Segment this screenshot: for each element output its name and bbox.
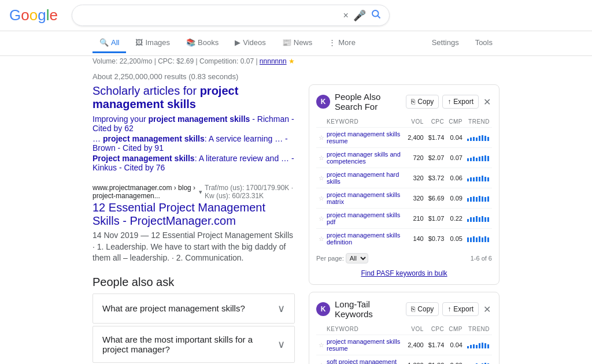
chevron-down-icon: ∨ (278, 302, 285, 315)
longtail-title: Long-Tail Keywords (335, 299, 401, 319)
kw-link[interactable]: project management skills resume (327, 338, 403, 352)
tab-news-label: News (294, 38, 313, 47)
table-row: ☆ project manager skills and competencie… (316, 148, 492, 168)
search-icon[interactable] (371, 9, 381, 22)
star-icon[interactable]: ☆ (319, 341, 324, 349)
left-column: Scholarly articles for project managemen… (92, 84, 295, 364)
keyword-meta: Volume: 22,200/mo | CPC: $2.69 | Competi… (0, 56, 592, 69)
tab-more[interactable]: ⋮ More (321, 34, 362, 53)
star-icon[interactable]: ☆ (319, 174, 324, 182)
tab-videos[interactable]: ▶ Videos (228, 34, 273, 53)
pasf-close-button[interactable]: ✕ (482, 95, 492, 109)
chevron-down-icon: ∨ (278, 338, 285, 351)
kw-link[interactable]: project management skills matrix (327, 191, 403, 205)
settings-label: Settings (432, 38, 459, 47)
table-row: ☆ project management skills matrix 320 $… (316, 188, 492, 209)
longtail-copy-button[interactable]: ⎘ Copy (406, 302, 439, 316)
kw-link[interactable]: project management hard skills (327, 171, 403, 185)
longtail-icon: K (316, 302, 330, 316)
result-1-snippet: 14 Nov 2019 — 12 Essential Project Manag… (92, 230, 295, 264)
pasf-icon: K (316, 95, 330, 109)
clear-button[interactable]: × (343, 10, 349, 21)
longtail-widget: K Long-Tail Keywords ⎘ Copy ↑ Export ✕ (309, 292, 500, 364)
pasf-table-header: KEYWORD VOL CPC CMP TREND (316, 116, 492, 128)
tab-images-label: Images (145, 38, 170, 47)
export-icon: ↑ (447, 305, 451, 313)
table-row: ☆ soft project management skills 1,300 $… (316, 355, 492, 365)
pasf-title: People Also Search For (335, 92, 401, 112)
results-count: About 2,250,000,000 results (0.83 second… (0, 69, 592, 84)
kw-link[interactable]: project management skills definition (327, 232, 403, 246)
pasf-widget: K People Also Search For ⎘ Copy ↑ Export… (309, 84, 500, 285)
per-page-select[interactable]: All510 (346, 253, 368, 263)
table-row: ☆ project management skills pdf 210 $1.0… (316, 209, 492, 229)
scholarly-link-1[interactable]: Improving your project management skills… (92, 114, 295, 133)
star-icon[interactable]: ☆ (319, 154, 324, 162)
longtail-table-header: KEYWORD VOL CPC CMP TREND (316, 324, 492, 335)
longtail-table: KEYWORD VOL CPC CMP TREND ☆ project mana… (316, 324, 492, 364)
star-icon[interactable]: ☆ (319, 195, 324, 202)
tab-books[interactable]: 📚 Books (179, 34, 225, 53)
search-tab-icon: 🔍 (99, 38, 109, 47)
tab-news[interactable]: 📰 News (275, 34, 320, 53)
export-icon: ↑ (447, 98, 451, 106)
pasf-export-button[interactable]: ↑ Export (442, 95, 479, 109)
people-also-ask: People also ask What are project managem… (92, 276, 295, 364)
tab-all[interactable]: 🔍 All (92, 34, 126, 53)
star-icon[interactable]: ☆ (319, 134, 324, 142)
scholarly-result: Scholarly articles for project managemen… (92, 84, 295, 172)
star-icon[interactable]: ☆ (319, 235, 324, 243)
tab-videos-label: Videos (243, 38, 266, 47)
copy-icon: ⎘ (411, 98, 415, 106)
videos-tab-icon: ▶ (235, 38, 240, 47)
news-tab-icon: 📰 (282, 38, 291, 47)
kw-link[interactable]: project manager skills and competencies (327, 151, 403, 165)
search-input[interactable]: project management skills (80, 10, 339, 21)
star-icon[interactable]: ☆ (319, 362, 324, 365)
paa-title: People also ask (92, 276, 295, 289)
longtail-actions: ⎘ Copy ↑ Export ✕ (406, 302, 492, 316)
longtail-close-button[interactable]: ✕ (482, 303, 492, 316)
paa-item-1[interactable]: What are project management skills? ∨ (92, 294, 295, 324)
mic-icon[interactable]: 🎤 (353, 9, 366, 22)
right-column: K People Also Search For ⎘ Copy ↑ Export… (309, 84, 500, 364)
star-icon[interactable]: ☆ (319, 215, 324, 222)
more-tab-icon: ⋮ (328, 38, 336, 47)
svg-line-1 (378, 16, 380, 18)
result-1: www.projectmanager.com › blog › project-… (92, 184, 295, 264)
pasf-table: KEYWORD VOL CPC CMP TREND ☆ project mana… (316, 116, 492, 248)
star-icon-meta[interactable]: ★ (288, 57, 295, 65)
table-row: ☆ project management skills resume 2,400… (316, 335, 492, 355)
pasf-pagination: Per page: All510 1-6 of 6 (316, 253, 492, 263)
find-pasf-link[interactable]: Find PASF keywords in bulk (361, 269, 447, 277)
table-row: ☆ project management skills resume 2,400… (316, 128, 492, 148)
paa-item-2[interactable]: What are the most important skills for a… (92, 326, 295, 363)
pasf-header: K People Also Search For ⎘ Copy ↑ Export… (316, 92, 492, 112)
nav-tabs: 🔍 All 🖼 Images 📚 Books ▶ Videos 📰 News ⋮… (0, 31, 592, 56)
kw-link[interactable]: project management skills resume (327, 131, 403, 144)
scholarly-link-3[interactable]: Project management skills: A literature … (92, 154, 295, 172)
table-row: ☆ project management skills definition 1… (316, 229, 492, 249)
google-logo: Google (9, 6, 58, 24)
svg-point-0 (372, 10, 379, 17)
tab-all-label: All (111, 38, 119, 47)
keyword-meta-link[interactable]: nnnnnnn (260, 57, 287, 65)
images-tab-icon: 🖼 (135, 38, 143, 47)
result-1-title[interactable]: 12 Essential Project Management Skills -… (92, 201, 265, 227)
scholarly-title[interactable]: Scholarly articles for project managemen… (92, 84, 295, 111)
longtail-header: K Long-Tail Keywords ⎘ Copy ↑ Export ✕ (316, 299, 492, 319)
kw-link[interactable]: project management skills pdf (327, 211, 403, 225)
pasf-actions: ⎘ Copy ↑ Export ✕ (406, 95, 492, 109)
books-tab-icon: 📚 (186, 38, 195, 47)
kw-link[interactable]: soft project management skills (327, 358, 403, 364)
tools-link[interactable]: Tools (468, 34, 500, 53)
scholarly-link-2[interactable]: … project management skills: A service l… (92, 134, 295, 153)
settings-link[interactable]: Settings (425, 34, 466, 53)
longtail-export-button[interactable]: ↑ Export (442, 302, 479, 316)
header: Google project management skills × 🎤 (0, 0, 592, 31)
find-pasf: Find PASF keywords in bulk (316, 268, 492, 277)
table-row: ☆ project management hard skills 320 $3.… (316, 168, 492, 188)
pasf-copy-button[interactable]: ⎘ Copy (406, 95, 439, 109)
search-bar: project management skills × 🎤 (72, 5, 390, 26)
tab-images[interactable]: 🖼 Images (128, 34, 177, 53)
